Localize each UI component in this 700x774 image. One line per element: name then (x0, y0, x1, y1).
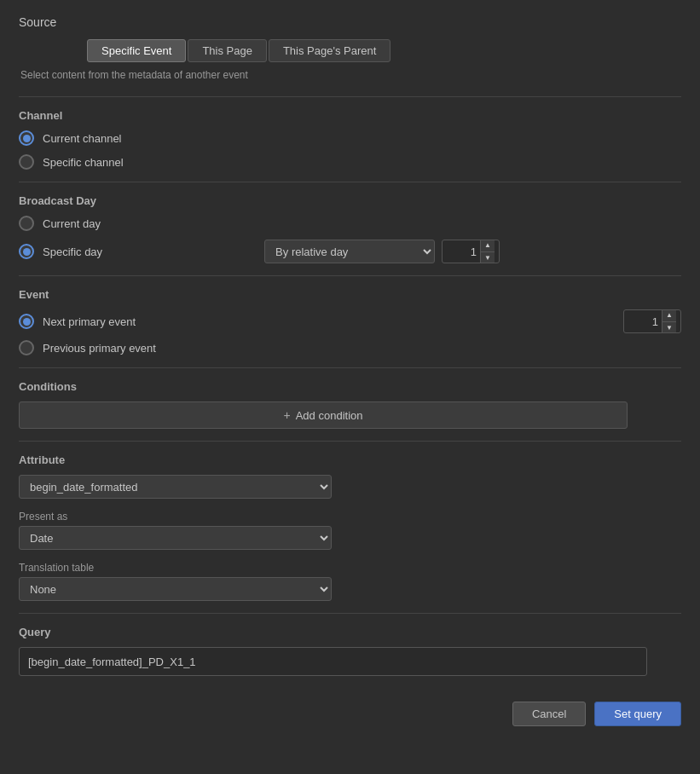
event-section: Event Next primary event ▲ ▼ Previous pr… (19, 288, 681, 355)
present-as-section: Present as Date Time DateTime Text (19, 511, 681, 558)
attribute-section: Attribute begin_date_formatted Present a… (19, 453, 681, 601)
broadcast-day-spinner-up[interactable]: ▲ (481, 240, 495, 252)
specific-day-radio[interactable] (19, 244, 34, 259)
current-channel-label: Current channel (43, 132, 122, 145)
footer-buttons: Cancel Set query (19, 702, 681, 735)
present-as-label: Present as (19, 511, 681, 523)
source-title: Source (19, 15, 681, 29)
specific-day-label: Specific day (43, 245, 102, 258)
divider-4 (19, 367, 681, 368)
event-spinner-buttons: ▲ ▼ (662, 309, 676, 333)
present-as-select[interactable]: Date Time DateTime Text (19, 526, 332, 550)
broadcast-day-spinner-down[interactable]: ▼ (481, 252, 495, 264)
event-spinner-input[interactable] (624, 315, 662, 328)
query-input[interactable] (19, 647, 647, 676)
translation-table-select[interactable]: None (19, 577, 332, 601)
current-day-label: Current day (43, 217, 101, 230)
add-condition-button[interactable]: + Add condition (19, 401, 628, 429)
current-channel-radio[interactable] (19, 130, 34, 146)
attribute-label: Attribute (19, 453, 681, 466)
divider-1 (19, 96, 681, 97)
by-relative-day-select[interactable]: By relative day By exact date (264, 240, 435, 263)
add-condition-icon: + (284, 408, 291, 422)
tab-this-page[interactable]: This Page (188, 39, 267, 62)
previous-primary-event-row: Previous primary event (19, 340, 681, 355)
tab-specific-event[interactable]: Specific Event (87, 39, 186, 62)
current-channel-radio-inner (23, 135, 31, 142)
source-subtitle: Select content from the metadata of anot… (20, 69, 681, 81)
channel-label: Channel (19, 109, 681, 122)
broadcast-day-section: Broadcast Day Current day Specific day B… (19, 194, 681, 263)
query-section: Query (19, 626, 681, 676)
attribute-select[interactable]: begin_date_formatted (19, 475, 332, 499)
channel-section: Channel Current channel Specific channel (19, 109, 681, 170)
set-query-button[interactable]: Set query (594, 702, 681, 726)
conditions-label: Conditions (19, 380, 681, 393)
next-primary-event-radio-inner (23, 318, 31, 326)
translation-table-section: Translation table None (19, 562, 681, 601)
tab-this-pages-parent[interactable]: This Page's Parent (269, 39, 390, 62)
broadcast-day-spinner-buttons: ▲ ▼ (480, 240, 495, 263)
divider-6 (19, 613, 681, 614)
specific-channel-radio[interactable] (19, 154, 34, 170)
current-channel-row: Current channel (19, 130, 681, 146)
divider-2 (19, 182, 681, 182)
specific-day-row: Specific day By relative day By exact da… (19, 240, 681, 263)
source-section: Source Specific Event This Page This Pag… (19, 15, 681, 81)
broadcast-day-label: Broadcast Day (19, 194, 681, 207)
conditions-section: Conditions + Add condition (19, 380, 681, 429)
source-tab-group: Specific Event This Page This Page's Par… (87, 39, 681, 62)
next-primary-event-row: Next primary event ▲ ▼ (19, 309, 681, 333)
translation-table-label: Translation table (19, 562, 681, 574)
cancel-button[interactable]: Cancel (512, 702, 586, 726)
event-spinner-down[interactable]: ▼ (662, 322, 676, 334)
specific-channel-label: Specific channel (43, 156, 124, 169)
broadcast-day-spinner[interactable]: ▲ ▼ (442, 240, 500, 263)
event-spinner[interactable]: ▲ ▼ (623, 309, 681, 333)
broadcast-day-spinner-input[interactable] (443, 245, 480, 258)
event-label: Event (19, 288, 681, 301)
previous-primary-event-label: Previous primary event (43, 342, 156, 355)
divider-5 (19, 441, 681, 442)
current-day-radio[interactable] (19, 216, 34, 231)
add-condition-label: Add condition (296, 409, 363, 422)
event-spinner-up[interactable]: ▲ (662, 309, 676, 322)
next-primary-event-radio[interactable] (19, 314, 34, 329)
specific-channel-row: Specific channel (19, 154, 681, 170)
next-primary-event-label: Next primary event (43, 315, 136, 328)
current-day-row: Current day (19, 216, 681, 231)
previous-primary-event-radio[interactable] (19, 340, 34, 355)
specific-day-radio-inner (23, 248, 31, 256)
divider-3 (19, 275, 681, 276)
query-label: Query (19, 626, 681, 638)
